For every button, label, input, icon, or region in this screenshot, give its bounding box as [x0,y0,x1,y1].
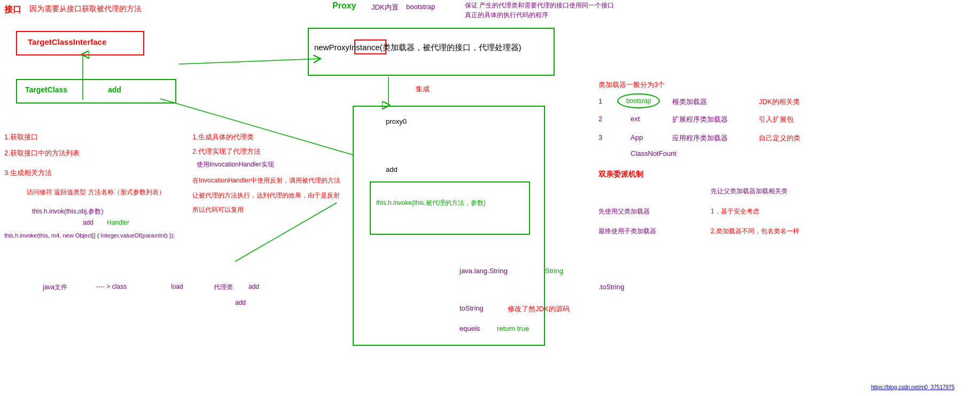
jdk-classes-label: JDK的相关类 [759,97,800,107]
add2-label: add [83,219,94,226]
parent-first-label: 先让父类加载器加载相关类 [711,187,788,196]
invoke-call-label: this.h.invoke(this,被代理的方法，参数) [376,199,486,208]
ext-jar-label: 引入扩展包 [759,115,794,124]
invoke-full-label: this.h.invoke(this, m4, new Object[] { I… [4,232,175,239]
reflection-desc-label: 在InvocationHandler中使用反射，调用被代理的方法 [192,176,340,185]
target-interface-label: TargetClassInterface [28,37,106,46]
reuse-desc-label: 所以代码可以复用 [192,205,244,215]
to-string-label: .toString [598,283,624,291]
java-string-label: java.lang.String [460,267,508,275]
step3-label: 3.生成相关方法 [4,168,52,178]
proxy0-label: proxy0 [386,117,407,125]
modified-jdk-label: 修改了然JDK的源码 [508,304,570,314]
target-interface-box: TargetClassInterface [16,31,144,56]
app-loader-label: 应用程序类加载器 [672,133,728,143]
ext-label-text: ext [631,115,640,123]
app-label-text: App [631,133,643,141]
step1-label: 1.获取接口 [4,132,38,142]
invocation-handler-label: 使用InvocationHandler实现 [197,160,274,169]
url-label: https://blog.csdn.net/m0_37517975 [871,384,954,390]
step2-label: 2.获取接口中的方法列表 [4,148,80,158]
num3-label: 3 [598,133,602,141]
proxy-class-label: 代理类 [214,283,233,292]
handler-label-text: Handler [107,219,129,226]
add3-label: add [248,283,259,290]
add4-label: add [235,299,246,306]
proxy-main-label: Proxy [332,1,356,11]
num1-label: 1 [598,97,602,105]
target-add-label: add [108,85,121,94]
arrow-class-label: ---- > class [96,283,127,290]
java-file-label: java文件 [43,283,67,292]
access-modifier-label: 访问修符 返回值类型 方法名称（形式参数列表） [27,188,165,197]
num2-label: 2 [598,115,602,123]
use-parent-label: 先使用父类加载器 [598,207,650,216]
to-string-method-label: toString [460,304,484,312]
security-reason-label: 1，基于安全考虑 [711,207,759,216]
bootsrap-oval: bootsrap [617,93,660,108]
gen1-label: 1.生成具体的代理类 [192,132,254,142]
ext-loader-label: 扩展程序类加载器 [672,115,728,124]
equals-method-label: equels [460,324,480,332]
use-child-label: 最终使用子类加载器 [598,227,656,236]
target-class-label: TargetClass [25,85,67,94]
svg-line-5 [235,203,337,262]
root-loader-label: 根类加载器 [672,97,707,107]
same-name-label: 2.类加载器不同，包名类名一样 [711,227,799,236]
svg-line-2 [179,59,321,64]
gen2-label: 2.代理实现了代理方法 [192,147,261,156]
jdk-builtin-label: JDK内置 [371,3,399,12]
effect-desc-label: 让被代理的方法执行，达到代理的效果，由于是反射 [192,191,340,200]
guarantee-text: 保证 产生的代理类和需要代理的接口使用同一个接口 [465,1,614,10]
custom-class-label: 自己定义的类 [759,133,800,143]
dual-parent-label: 双亲委派机制 [598,170,643,179]
load-label-text: load [171,283,183,290]
class-not-found-label: ClassNotFount [631,149,676,157]
diagram-canvas: 接口 因为需要从接口获取被代理的方法 TargetClassInterface … [0,0,980,396]
bootstrap-top-label: bootstrap [406,3,435,11]
bootsrap-label: bootsrap [626,97,651,105]
new-proxy-box: newProxyInstance(类加载器，被代理的接口，代理处理器) [308,28,555,76]
interface-label: 接口 [4,4,21,15]
add-in-proxy0: add [386,165,398,173]
new-proxy-method-label: newProxyInstance(类加载器，被代理的接口，代理处理器) [314,43,522,53]
invok-call-label: this.h.invok(this,obj,参数) [32,207,103,216]
ji-cheng-label: 集成 [416,84,430,94]
invoke-inner-box: this.h.invoke(this,被代理的方法，参数) [370,181,530,235]
class-loader-count-label: 类加载器一般分为3个 [598,80,665,90]
string-label-text: String [545,267,563,275]
target-class-box: TargetClass add [16,79,176,104]
real-execution-text: 真正的具体的执行代码的程序 [465,11,548,20]
interface-reason: 因为需要从接口获取被代理的方法 [29,4,142,14]
return-true-label: return true [497,324,529,332]
